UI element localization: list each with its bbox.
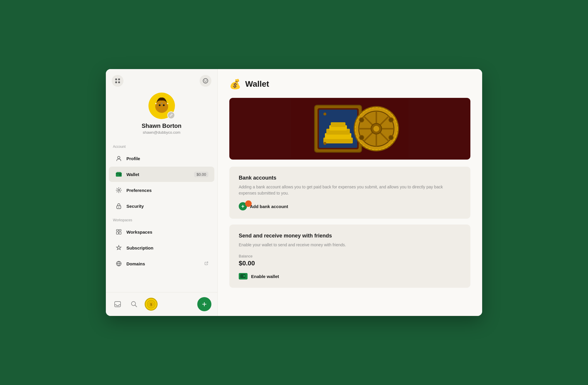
svg-text:✦: ✦	[155, 102, 157, 105]
person-icon	[115, 154, 123, 163]
page-title: Wallet	[245, 79, 269, 89]
send-receive-card: Send and receive money with friends Enab…	[229, 225, 470, 288]
emoji-button[interactable]	[200, 75, 211, 87]
svg-rect-1	[118, 78, 120, 80]
main-content: 💰 Wallet	[218, 69, 482, 316]
profile-name: Shawn Borton	[142, 123, 182, 129]
globe-icon	[115, 260, 123, 268]
add-bank-account-button[interactable]: + Add bank account	[239, 202, 288, 210]
nav-label-security: Security	[126, 204, 208, 209]
search-button[interactable]	[128, 298, 140, 310]
svg-point-49	[389, 118, 393, 122]
page-header: 💰 Wallet	[229, 78, 470, 90]
svg-point-9	[159, 104, 161, 106]
wallet-badge: $0.00	[194, 172, 208, 177]
nav-item-subscription[interactable]: Subscription	[109, 240, 214, 255]
nav-item-profile[interactable]: Profile	[109, 151, 214, 166]
send-receive-title: Send and receive money with friends	[239, 233, 461, 239]
svg-point-52	[323, 113, 326, 116]
nav-label-workspaces: Workspaces	[126, 230, 208, 235]
sidebar-bottom-bar: $ +	[106, 292, 217, 316]
svg-rect-23	[119, 232, 121, 234]
nav-item-wallet[interactable]: Wallet $0.00	[109, 167, 214, 182]
enable-wallet-label: Enable wallet	[251, 274, 279, 279]
svg-rect-20	[116, 230, 118, 231]
enable-wallet-button[interactable]: Enable wallet	[239, 273, 279, 279]
svg-text:✦: ✦	[166, 102, 169, 105]
workspaces-section-label: Workspaces	[106, 214, 217, 224]
nav-item-preferences[interactable]: Preferences	[109, 183, 214, 198]
svg-point-14	[118, 156, 120, 159]
nav-label-preferences: Preferences	[126, 188, 208, 193]
svg-rect-2	[115, 81, 117, 83]
svg-rect-22	[116, 232, 118, 234]
svg-point-6	[206, 80, 207, 81]
bank-accounts-description: Adding a bank account allows you to get …	[239, 184, 461, 196]
svg-point-50	[359, 135, 364, 140]
svg-point-4	[203, 78, 208, 83]
coin-button[interactable]: $	[145, 298, 158, 311]
svg-rect-21	[119, 230, 121, 231]
svg-point-10	[163, 104, 165, 106]
nav-label-wallet: Wallet	[126, 172, 194, 177]
nav-item-security[interactable]: Security	[109, 198, 214, 214]
enable-wallet-icon	[239, 273, 248, 279]
inbox-button[interactable]	[112, 298, 123, 310]
profile-email: shawn@dubbyco.com	[143, 130, 180, 135]
nav-item-workspaces[interactable]: Workspaces	[109, 224, 214, 240]
bank-accounts-title: Bank accounts	[239, 175, 461, 181]
account-section-label: Account	[106, 140, 217, 150]
nav-label-subscription: Subscription	[126, 245, 208, 250]
svg-point-19	[118, 207, 119, 208]
avatar-wrapper: ✦ ✦	[148, 93, 175, 119]
svg-rect-3	[118, 81, 120, 83]
svg-rect-55	[243, 275, 245, 277]
balance-amount: $0.00	[239, 260, 461, 267]
svg-point-5	[204, 80, 205, 81]
svg-point-53	[323, 142, 326, 145]
avatar-edit-button[interactable]	[167, 111, 175, 119]
sidebar: ✦ ✦ Shawn Borton shawn@dubbyco.com Accou…	[106, 69, 218, 316]
svg-point-17	[118, 189, 120, 191]
nav-label-domains: Domains	[126, 261, 204, 266]
profile-section: ✦ ✦ Shawn Borton shawn@dubbyco.com	[106, 90, 217, 140]
grid-menu-button[interactable]	[112, 75, 123, 87]
external-link-icon	[204, 261, 208, 266]
vault-illustration	[291, 99, 409, 158]
svg-point-13	[161, 103, 163, 104]
add-bank-label: Add bank account	[250, 204, 288, 209]
wallet-icon	[115, 170, 123, 178]
vault-banner	[229, 98, 470, 160]
wallet-header-icon: 💰	[229, 78, 241, 90]
bank-accounts-card: Bank accounts Adding a bank account allo…	[229, 167, 470, 219]
app-container: ✦ ✦ Shawn Borton shawn@dubbyco.com Accou…	[106, 69, 482, 316]
svg-text:$: $	[150, 303, 152, 306]
svg-point-51	[389, 135, 393, 140]
lock-icon	[115, 202, 123, 210]
svg-rect-16	[119, 174, 121, 175]
add-button[interactable]: +	[197, 297, 211, 311]
nav-item-domains[interactable]: Domains	[109, 256, 214, 271]
balance-label: Balance	[239, 254, 461, 258]
send-receive-description: Enable your wallet to send and receive m…	[239, 242, 461, 248]
subscription-icon	[115, 244, 123, 252]
svg-rect-25	[115, 302, 121, 307]
workspaces-icon	[115, 228, 123, 236]
svg-point-46	[373, 126, 379, 132]
notification-dot	[245, 200, 252, 207]
sidebar-top-bar	[106, 69, 217, 90]
svg-point-48	[359, 118, 364, 122]
nav-label-profile: Profile	[126, 156, 208, 161]
svg-rect-0	[115, 78, 117, 80]
gear-icon	[115, 186, 123, 194]
svg-rect-38	[331, 122, 345, 127]
